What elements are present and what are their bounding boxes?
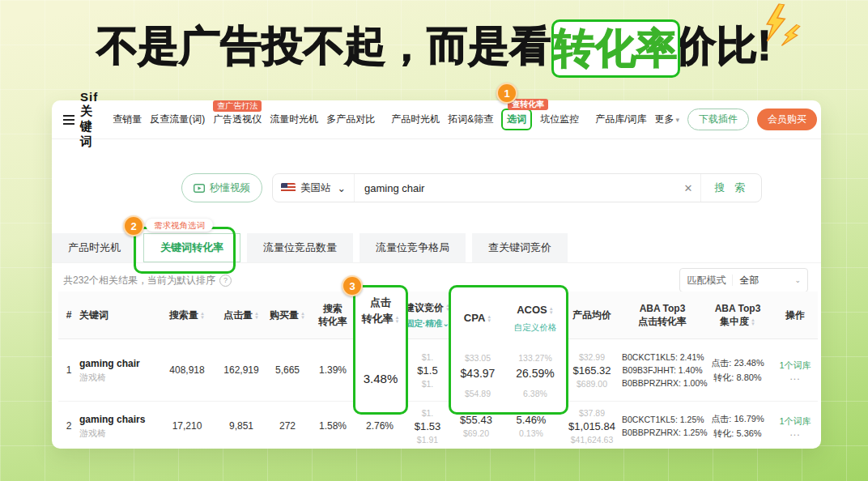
nav-item-product-timemachine[interactable]: 产品时光机 (391, 113, 440, 126)
col-search-cvr: 搜索转化率 (309, 302, 356, 328)
search-cvr: 1.58% (309, 419, 356, 432)
nav-item-expand-filter[interactable]: 拓词&筛查 (448, 113, 493, 126)
chevron-down-icon: ▾ (676, 116, 680, 124)
bid-type-select[interactable]: 固定·精准⌄ (403, 317, 452, 330)
nav-item-sales[interactable]: 查销量 (113, 113, 142, 126)
acos-values: 5.46%0.13% (500, 413, 562, 439)
bid-values: $1.$1.53$1.91 (403, 407, 452, 445)
match-mode-value: 全部 (739, 274, 786, 287)
more-actions[interactable]: ... (772, 428, 818, 437)
hamburger-icon[interactable] (63, 115, 74, 125)
marketplace-select[interactable]: 美国站 ⌄ (273, 174, 355, 202)
price-values: $32.99$165.32$689.00 (562, 351, 622, 389)
col-keyword: 关键词 (79, 309, 157, 321)
aba-ctr-values: B0CKCT1KL5: 1.25%B0BBPRZHRX: 1.25% (622, 413, 703, 439)
tab-slot-competitor-count[interactable]: 流量位竞品数量 (247, 233, 353, 262)
chevron-down-icon: ⌄ (794, 276, 801, 284)
sort-icon[interactable]: ▲▼ (200, 312, 205, 320)
sort-icon[interactable]: ▲▼ (487, 315, 491, 323)
sort-icon[interactable]: ▲▼ (254, 312, 259, 320)
click-cvr-highlight-box: 点击 转化率▲▼ 3.48% (353, 285, 408, 415)
sort-icon[interactable]: ▲▼ (751, 318, 755, 326)
tab-keyword-bid[interactable]: 查关键词竞价 (472, 233, 568, 262)
tabs-underline (52, 262, 821, 263)
tab-bar: 产品时光机 关键词转化率 流量位竞品数量 流量位竞争格局 查关键词竞价 (52, 233, 568, 262)
click-cvr-row1-value: 3.48% (355, 372, 406, 385)
nav-item-traffic-timemachine[interactable]: 流量时光机 (270, 113, 318, 126)
tab-slot-competition[interactable]: 流量位竞争格局 (360, 233, 466, 262)
chevron-down-icon: ⌄ (338, 182, 346, 194)
keyword-cell[interactable]: gaming chair游戏椅 (79, 357, 157, 384)
col-aba-ctr: ABA Top3点击转化率 (622, 302, 703, 328)
clicks: 162,919 (217, 364, 266, 377)
step-2-badge: 2 (123, 215, 144, 236)
info-icon[interactable]: ? (219, 275, 232, 287)
price-values: $37.89$1,015.84$41,624.63 (562, 407, 622, 445)
acos-column: ACOS▲▼ 自定义价格 133.27% 26.59% 6.38% (503, 287, 568, 412)
marketplace-value: 美国站 (300, 181, 331, 195)
search-volume: 17,210 (157, 419, 217, 432)
search-input[interactable] (355, 182, 675, 194)
search-button[interactable]: 搜 索 (700, 174, 761, 202)
table-row: 2 gaming chairs游戏椅 17,210 9,851 272 1.58… (58, 402, 818, 450)
sort-icon[interactable]: ▲▼ (300, 312, 305, 320)
download-plugin-button[interactable]: 下载插件 (687, 109, 749, 130)
wordbank-link[interactable]: 1个词库 (772, 359, 818, 372)
nav-item-multi-compare[interactable]: 多产品对比 (326, 113, 375, 126)
search-section: 秒懂视频 美国站 ⌄ ✕ 搜 索 (181, 173, 762, 202)
row-index: 1 (58, 364, 79, 377)
vip-buy-button[interactable]: 会员购买 (757, 109, 817, 130)
keyword-cell[interactable]: gaming chairs游戏椅 (79, 413, 157, 440)
buys: 272 (266, 419, 309, 432)
sort-icon[interactable]: ▲▼ (549, 307, 554, 315)
aba-concentration: 点击: 16.79%转化: 5.36% (703, 411, 772, 441)
top-nav: Sif 关键词 查销量 反查流量(词) 查广告打法广告透视仪 流量时光机 多产品… (52, 100, 821, 139)
nav-item-more[interactable]: 更多▾ (655, 113, 680, 126)
ad-strategy-badge: 查广告打法 (213, 100, 262, 112)
col-buys: 购买量▲▼ (266, 309, 309, 321)
sort-icon[interactable]: ▲▼ (395, 316, 400, 324)
search-bar: 美国站 ⌄ ✕ 搜 索 (272, 173, 762, 202)
tab-keyword-cvr[interactable]: 关键词转化率 (143, 233, 240, 262)
click-cvr-header: 点击 转化率▲▼ (355, 295, 406, 327)
divider (732, 275, 733, 286)
quick-video-button[interactable]: 秒懂视频 (181, 173, 262, 202)
app-window: Sif 关键词 查销量 反查流量(词) 查广告打法广告透视仪 流量时光机 多产品… (52, 100, 821, 449)
match-mode-select[interactable]: 匹配模式 全部 ⌄ (679, 268, 808, 292)
keyword-table: # 关键词 搜索量▲▼ 点击量▲▼ 购买量▲▼ 搜索转化率 建议竞价▲▼固定·精… (58, 292, 818, 450)
nav-item-slot-monitor[interactable]: 坑位监控 (540, 113, 579, 126)
cpa-column: CPA▲▼ $33.05 $43.97 $54.89 (453, 287, 503, 412)
action-cell: 1个词库... (772, 359, 818, 381)
nav-item-reverse-traffic[interactable]: 反查流量(词) (150, 113, 205, 126)
col-num: # (58, 309, 79, 321)
col-clicks: 点击量▲▼ (217, 309, 266, 321)
step-3-badge: 3 (342, 275, 363, 296)
table-header-row: # 关键词 搜索量▲▼ 点击量▲▼ 购买量▲▼ 搜索转化率 建议竞价▲▼固定·精… (58, 292, 818, 339)
need-view-tag: 需求视角选词 (146, 219, 213, 232)
results-toolbar: 共232个相关结果，当前为默认排序 ? 匹配模式 全部 ⌄ (63, 269, 808, 292)
logo[interactable]: Sif 关键词 (63, 90, 98, 150)
col-avg-price: 产品均价 (562, 309, 622, 321)
nav-item-library[interactable]: 产品库/词库 (595, 113, 646, 126)
acos-custom-price[interactable]: 自定义价格 (503, 322, 568, 334)
acos-header: ACOS▲▼ (503, 304, 568, 316)
wordbank-link[interactable]: 1个词库 (772, 415, 818, 428)
more-actions[interactable]: ... (772, 372, 818, 381)
headline-pre: 不是广告投不起，而是看 (97, 23, 551, 69)
aba-concentration: 点击: 23.48%转化: 8.80% (703, 355, 772, 385)
col-action: 操作 (772, 309, 818, 321)
nav-item-ad-xray[interactable]: 查广告打法广告透视仪 (213, 113, 262, 126)
table-row: 1 gaming chair游戏椅 408,918 162,919 5,665 … (58, 339, 818, 402)
buys: 5,665 (266, 364, 309, 377)
clear-icon[interactable]: ✕ (675, 182, 700, 194)
col-search-volume: 搜索量▲▼ (157, 309, 217, 321)
cpa-values: $55.43$69.20 (452, 413, 500, 439)
tab-product-timemachine[interactable]: 产品时光机 (52, 233, 137, 262)
click-cvr: 2.76% (356, 419, 403, 432)
cpa-header: CPA▲▼ (453, 312, 503, 324)
col-aba-concentration: ABA Top3集中度▲▼ (703, 302, 772, 328)
aba-ctr-values: B0CKCT1KL5: 2.41%B09B3FJHHT: 1.40%B0BBPR… (622, 351, 703, 389)
nav-item-select-words[interactable]: 1 查转化率 选词 (501, 109, 532, 130)
match-mode-label: 匹配模式 (687, 274, 725, 287)
logo-text: Sif 关键词 (80, 90, 98, 150)
